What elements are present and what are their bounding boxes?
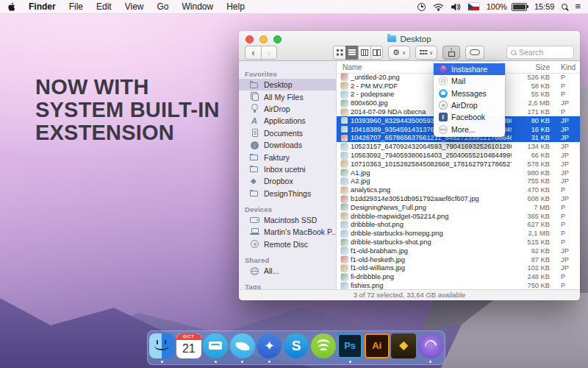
back-button[interactable]: ‹	[245, 46, 261, 60]
sidebar-item[interactable]: AirDrop	[239, 103, 336, 115]
promo-headline: NOW WITH SYSTEM BUILT-IN EXSTENSION	[35, 76, 220, 144]
file-thumbnail-icon	[341, 169, 348, 176]
dock-item-sketch[interactable]: ◆	[390, 333, 417, 358]
app-glyph: Ai	[365, 333, 390, 358]
file-kind: P	[554, 238, 580, 246]
file-name: fishies.png	[351, 282, 512, 289]
file-size: 2,1 MB	[512, 230, 554, 237]
file-row[interactable]: f1-old-hesketh.jpg 87 KB JP	[337, 255, 580, 264]
file-row[interactable]: DesigningNews_Full.png 7 MB P	[337, 203, 580, 212]
menu-bar-items: Finder File Edit View Go Window Help	[29, 1, 245, 12]
battery-percent[interactable]: 100%	[487, 2, 507, 11]
dock-item-twitter[interactable]	[229, 333, 257, 363]
notification-center-icon[interactable]: ≡	[575, 3, 581, 10]
sidebar-item[interactable]: All My Files	[239, 91, 336, 102]
file-name: f1-old-williams.jpg	[351, 264, 512, 272]
gear-icon: ⚙	[392, 49, 400, 57]
dock-item-starapp[interactable]: ✦	[256, 333, 283, 363]
sidebar-item[interactable]: Downloads	[239, 139, 336, 151]
share-menu-item[interactable]: AirDrop	[434, 99, 505, 111]
dock-item-calendar[interactable]: OCT 21	[176, 333, 203, 358]
sidebar-item[interactable]: Macintosh SSD	[239, 214, 336, 226]
sidebar-item[interactable]: Desktop	[239, 79, 336, 91]
share-icon	[447, 48, 456, 57]
status-text: 3 of 72 selected, 33,64 GB available	[354, 291, 466, 299]
column-view-button[interactable]	[358, 46, 370, 60]
file-row[interactable]: fi-dribbble.png 248 KB P	[337, 272, 580, 281]
action-menu-button[interactable]: ⚙ ∨	[388, 46, 410, 60]
search-input[interactable]	[519, 48, 570, 57]
clock-icon[interactable]	[417, 3, 426, 11]
dock-item-instashare[interactable]	[417, 333, 444, 363]
file-row[interactable]: b1dd29314e3051db951792aaef8cf607.jpg 608…	[337, 194, 580, 203]
column-header-kind[interactable]: Kind	[554, 63, 580, 71]
menu-item[interactable]: Help	[226, 1, 245, 12]
menu-item[interactable]: Window	[182, 1, 214, 12]
share-menu-item[interactable]: Facebook	[434, 111, 505, 123]
spotlight-search-icon[interactable]	[562, 4, 567, 10]
column-view-icon	[361, 49, 368, 56]
file-thumbnail-icon	[341, 265, 348, 272]
wifi-icon[interactable]	[433, 3, 444, 11]
sidebar-item[interactable]: DesignThings	[239, 188, 336, 199]
file-thumbnail-icon	[341, 274, 348, 280]
volume-icon[interactable]	[451, 3, 461, 11]
file-name: f1-old-hesketh.jpg	[351, 256, 512, 263]
menu-bar-clock[interactable]: 15:59	[534, 2, 555, 11]
menu-item[interactable]: View	[125, 1, 144, 12]
file-row[interactable]: A1.jpg 980 KB JP	[337, 169, 580, 177]
file-row[interactable]: A2.jpg 755 KB JP	[337, 177, 580, 186]
dock-item-illustrator[interactable]: Ai	[363, 333, 390, 358]
file-name: A2.jpg	[351, 177, 512, 185]
forward-button[interactable]: ›	[261, 46, 277, 60]
menu-item[interactable]: File	[69, 1, 83, 12]
dock-item-skype[interactable]: S	[283, 333, 310, 358]
battery-icon[interactable]	[512, 3, 527, 11]
icon-view-button[interactable]	[333, 46, 345, 60]
file-row[interactable]: f1-old-brabham.jpg 92 KB JP	[337, 247, 580, 255]
file-kind: JP	[554, 177, 580, 185]
share-menu-item[interactable]: Instashare	[434, 63, 505, 75]
dock-item-spotify[interactable]	[309, 333, 337, 358]
column-header-size[interactable]: Size	[512, 63, 554, 71]
sidebar-item[interactable]: Inbox ucetni	[239, 163, 336, 175]
file-kind: JP	[554, 160, 580, 168]
share-menu-item[interactable]: Mail	[434, 75, 505, 87]
share-button[interactable]	[442, 46, 460, 60]
menu-bar: Finder File Edit View Go Window Help 100…	[0, 0, 588, 14]
file-row[interactable]: f1-old-williams.jpg 102 KB JP	[337, 264, 580, 273]
menu-item[interactable]: Edit	[96, 1, 112, 12]
arrange-menu-button[interactable]: ∨	[415, 46, 437, 60]
file-row[interactable]: 10563092_794059380616403_250406552104844…	[337, 151, 580, 160]
list-view-icon	[348, 49, 356, 56]
file-row[interactable]: dribble-starbucks-homepg.png 2,1 MB P	[337, 229, 580, 238]
sidebar-item[interactable]: Faktury	[239, 151, 336, 163]
sidebar-item[interactable]: Dropbox	[239, 175, 336, 187]
tags-button[interactable]	[465, 46, 484, 60]
file-thumbnail-icon	[341, 230, 348, 237]
dock-item-mailbox[interactable]	[202, 333, 229, 363]
file-row[interactable]: dribbble-shot.png 627 KB P	[337, 221, 580, 230]
menu-item[interactable]: Go	[157, 1, 169, 12]
share-menu-item[interactable]: Messages	[434, 88, 505, 99]
dock-item-finder[interactable]	[148, 333, 176, 363]
coverflow-view-button[interactable]	[370, 46, 383, 60]
sidebar-item[interactable]: All...	[239, 265, 336, 277]
file-thumbnail-icon	[341, 126, 348, 132]
file-row[interactable]: dribble-starbucks-shot.png 515 KB P	[337, 238, 580, 247]
dock-item-photoshop[interactable]: Ps	[337, 333, 364, 363]
file-row[interactable]: 10710363_10152825845082668_1781627971786…	[337, 160, 580, 169]
apple-menu[interactable]	[7, 2, 15, 12]
file-row[interactable]: 10523157_647092432064593_790416932526101…	[337, 142, 580, 151]
list-view-button[interactable]	[345, 46, 358, 60]
menu-item[interactable]: Finder	[29, 1, 56, 12]
file-row[interactable]: analytics.png 470 KB P	[337, 185, 580, 194]
sidebar-item[interactable]: Applications	[239, 115, 336, 127]
sidebar-item[interactable]: Documents	[239, 127, 336, 139]
running-indicator-dot	[215, 361, 217, 363]
share-menu-item[interactable]: More...	[434, 123, 505, 135]
file-row[interactable]: dribbble-mapwidget-052214.png 365 KB P	[337, 212, 580, 221]
sidebar-item[interactable]: Remote Disc	[239, 238, 336, 250]
sidebar-item[interactable]: Martin's MacBook P...	[239, 226, 336, 238]
czech-flag-icon[interactable]	[468, 3, 479, 10]
